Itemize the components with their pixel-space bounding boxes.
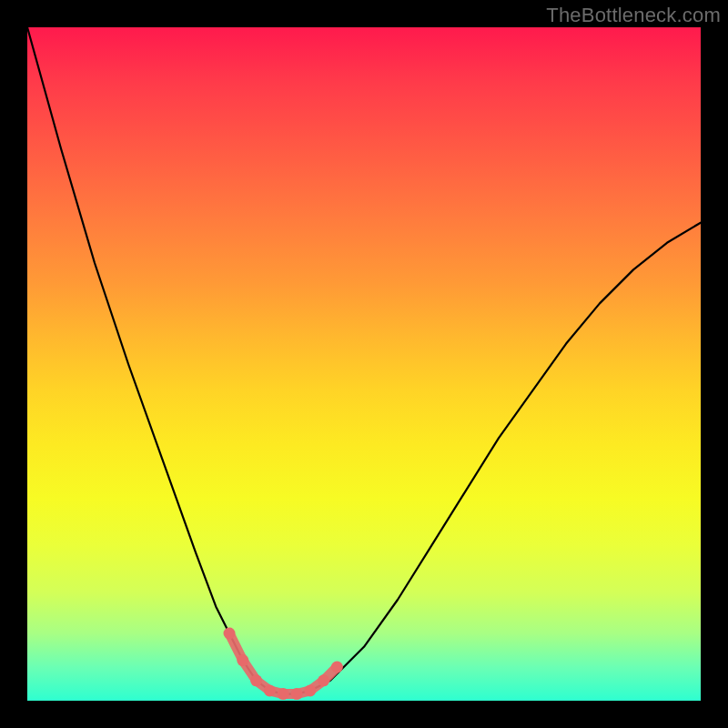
curve-svg — [27, 27, 701, 701]
highlight-dot — [224, 628, 236, 640]
highlight-dot — [278, 688, 289, 700]
highlight-dot — [264, 684, 276, 696]
highlight-dot — [250, 674, 262, 686]
highlight-dot — [318, 674, 329, 686]
highlight-dot — [304, 684, 316, 696]
watermark-text: TheBottleneck.com — [546, 4, 721, 27]
bottleneck-curve — [27, 27, 701, 694]
highlight-dot — [237, 654, 248, 666]
plot-area — [27, 27, 701, 701]
highlight-dots — [224, 628, 343, 701]
outer-frame: TheBottleneck.com — [0, 0, 728, 728]
highlight-dot — [331, 662, 343, 673]
highlight-dot — [291, 688, 303, 700]
